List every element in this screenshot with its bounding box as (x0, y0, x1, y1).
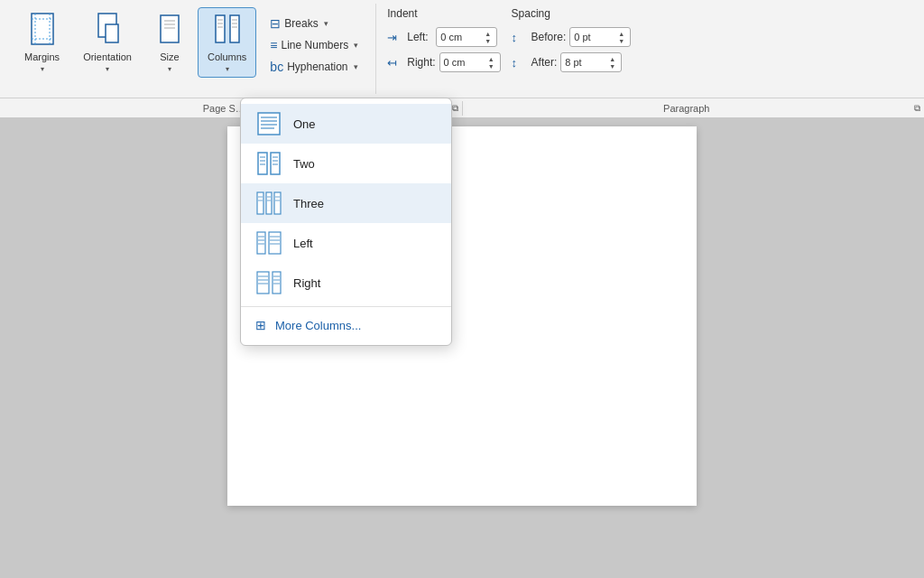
orientation-button[interactable]: Orientation ▾ (73, 7, 142, 78)
paragraph-label: Paragraph (463, 103, 911, 114)
indent-right-spinners: ▲ ▼ (486, 56, 496, 70)
spacing-before-icon: ↕ (512, 31, 528, 44)
columns-left-label: Left (293, 237, 313, 250)
svg-rect-50 (273, 272, 281, 294)
spacing-title: Spacing (512, 7, 632, 20)
ribbon: Margins ▾ Orientation ▾ (0, 0, 924, 117)
size-arrow: ▾ (168, 65, 171, 73)
paragraph-expand[interactable]: ⧉ (910, 101, 924, 116)
spacing-before-spinners: ▲ ▼ (616, 31, 626, 44)
columns-dropdown: One Two (240, 98, 452, 346)
columns-one-label: One (293, 117, 316, 131)
ribbon-label-row: Page S… ⧉ Paragraph ⧉ (0, 98, 924, 117)
indent-left-icon: ⇥ (387, 31, 403, 44)
paragraph-group: Indent ⇥ Left: 0 cm ▲ ▼ ↤ Right: (376, 4, 642, 83)
indent-left-input[interactable]: 0 cm ▲ ▼ (436, 27, 497, 47)
columns-arrow: ▾ (226, 65, 229, 73)
columns-left-item[interactable]: Left (241, 223, 451, 263)
margins-label: Margins (24, 51, 60, 63)
columns-icon (213, 12, 242, 50)
indent-right-up[interactable]: ▲ (486, 56, 496, 62)
margins-arrow: ▾ (41, 65, 44, 73)
spacing-after-input[interactable]: 8 pt ▲ ▼ (560, 52, 622, 72)
columns-button[interactable]: Columns ▾ (198, 7, 256, 78)
margins-button[interactable]: Margins ▾ (14, 7, 69, 78)
svg-rect-42 (269, 232, 281, 254)
orientation-label: Orientation (83, 51, 132, 63)
line-numbers-button[interactable]: ≡ Line Numbers ▾ (263, 34, 365, 56)
spacing-before-label: Before: (531, 31, 567, 43)
columns-three-label: Three (293, 197, 324, 210)
indent-left-value: 0 cm (440, 32, 462, 42)
indent-right-down[interactable]: ▼ (486, 63, 496, 70)
page-setup-group: Margins ▾ Orientation ▾ (7, 4, 376, 94)
svg-rect-7 (161, 15, 179, 42)
spacing-after-row: ↕ After: 8 pt ▲ ▼ (512, 52, 632, 72)
spacing-after-value: 8 pt (565, 57, 581, 68)
spacing-after-spinners: ▲ ▼ (607, 56, 617, 70)
columns-left-icon (255, 230, 282, 256)
line-numbers-icon: ≡ (270, 38, 277, 52)
indent-right-row: ↤ Right: 0 cm ▲ ▼ (387, 52, 500, 72)
indent-left-up[interactable]: ▲ (483, 31, 493, 37)
spacing-before-down[interactable]: ▼ (616, 38, 626, 44)
line-numbers-label: Line Numbers (282, 39, 349, 51)
indent-right-input[interactable]: 0 cm ▲ ▼ (439, 52, 501, 72)
spacing-after-up[interactable]: ▲ (607, 56, 617, 62)
margins-icon (28, 12, 57, 50)
indent-right-icon: ↤ (387, 56, 403, 70)
size-icon (155, 12, 184, 50)
columns-two-icon (255, 151, 282, 176)
hyphenation-icon: bc (270, 60, 283, 74)
orientation-arrow: ▾ (106, 65, 109, 73)
columns-divider (241, 306, 451, 307)
indent-right-label: Right: (407, 56, 435, 69)
spacing-before-value: 0 pt (574, 32, 590, 42)
columns-three-item[interactable]: Three (241, 183, 451, 223)
hyphenation-button[interactable]: bc Hyphenation ▾ (263, 56, 365, 78)
spacing-before-row: ↕ Before: 0 pt ▲ ▼ (512, 27, 632, 47)
svg-rect-19 (258, 113, 280, 135)
more-columns-label: More Columns... (275, 319, 361, 332)
more-columns-icon: ⊞ (255, 318, 266, 332)
svg-rect-41 (257, 232, 265, 254)
indent-left-down[interactable]: ▼ (483, 38, 493, 44)
breaks-icon: ⊟ (270, 16, 281, 31)
spacing-section: Spacing ↕ Before: 0 pt ▲ ▼ ↕ After: (512, 7, 632, 72)
line-numbers-arrow: ▾ (354, 41, 358, 50)
orientation-icon (93, 12, 122, 50)
svg-rect-32 (257, 192, 263, 214)
columns-two-item[interactable]: Two (241, 144, 451, 183)
spacing-before-up[interactable]: ▲ (616, 31, 626, 37)
svg-rect-6 (106, 24, 118, 42)
indent-left-spinners: ▲ ▼ (483, 31, 493, 44)
main-area (0, 117, 924, 578)
svg-rect-49 (257, 272, 269, 294)
hyphenation-arrow: ▾ (354, 62, 358, 71)
spacing-after-icon: ↕ (512, 56, 528, 70)
indent-right-value: 0 cm (444, 57, 466, 68)
columns-right-item[interactable]: Right (241, 263, 451, 303)
spacing-before-input[interactable]: 0 pt ▲ ▼ (569, 27, 631, 47)
svg-rect-24 (258, 153, 267, 174)
breaks-button[interactable]: ⊟ Breaks ▾ (263, 13, 365, 34)
columns-right-icon (255, 270, 282, 295)
more-columns-item[interactable]: ⊞ More Columns... (241, 311, 451, 340)
columns-three-icon (255, 191, 282, 216)
hyphenation-label: Hyphenation (287, 61, 347, 73)
svg-rect-34 (274, 192, 281, 214)
svg-rect-25 (271, 153, 280, 174)
columns-label: Columns (208, 51, 246, 63)
size-button[interactable]: Size ▾ (145, 7, 194, 78)
indent-left-row: ⇥ Left: 0 cm ▲ ▼ (387, 27, 500, 47)
indent-title: Indent (387, 7, 500, 20)
spacing-after-down[interactable]: ▼ (607, 63, 617, 70)
page-setup-small-buttons: ⊟ Breaks ▾ ≡ Line Numbers ▾ bc Hyphenati… (260, 7, 368, 78)
columns-two-label: Two (293, 157, 315, 171)
size-label: Size (160, 51, 179, 63)
svg-rect-33 (266, 192, 272, 214)
columns-one-item[interactable]: One (241, 104, 451, 144)
indent-section: Indent ⇥ Left: 0 cm ▲ ▼ ↤ Right: (387, 7, 500, 72)
columns-one-icon (255, 111, 282, 136)
breaks-arrow: ▾ (324, 19, 328, 28)
